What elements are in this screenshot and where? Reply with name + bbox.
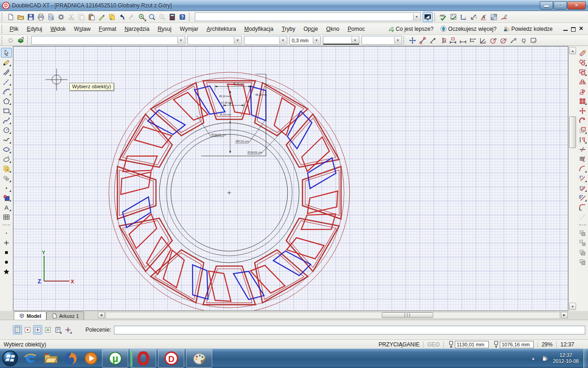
add-to-group-button[interactable] bbox=[577, 247, 588, 257]
toolbar-grip[interactable] bbox=[1, 13, 4, 21]
spline-tool-button[interactable] bbox=[1, 115, 12, 125]
property-combo-3[interactable]: ▼ bbox=[244, 36, 287, 45]
mdi-close-button[interactable]: ✕ bbox=[578, 26, 584, 32]
point-dot-button[interactable] bbox=[1, 228, 12, 238]
copy-rect-button[interactable] bbox=[577, 67, 588, 77]
rotate-tool-button[interactable] bbox=[577, 115, 588, 125]
mdi-minimize-button[interactable] bbox=[562, 26, 569, 32]
mdi-restore-button[interactable] bbox=[570, 26, 577, 32]
property-combo-1[interactable]: ▼ bbox=[31, 36, 185, 45]
scale-tool-button[interactable] bbox=[577, 125, 588, 135]
undo-arrow-button[interactable] bbox=[117, 12, 127, 22]
paste-special-button[interactable] bbox=[107, 12, 117, 22]
media-player[interactable] bbox=[82, 349, 100, 368]
ungroup-tool-button[interactable] bbox=[577, 238, 588, 247]
snap-menu-button[interactable] bbox=[63, 325, 73, 334]
menu-modyfikacja[interactable]: Modyfikacja bbox=[240, 24, 277, 34]
corner-fillet-button[interactable] bbox=[577, 202, 588, 212]
mirror-tool-button[interactable] bbox=[577, 77, 588, 86]
menu-opcje[interactable]: Opcje bbox=[300, 24, 322, 34]
menu-rysuj[interactable]: Rysuj bbox=[153, 24, 175, 34]
property-combo-2[interactable]: ▼ bbox=[187, 36, 242, 45]
snap-indicator[interactable]: PRZYCIĄGANIE bbox=[379, 341, 419, 348]
link-hand-check[interactable]: Co jest lepsze? bbox=[388, 25, 434, 32]
copy-tool-button[interactable] bbox=[1, 164, 12, 173]
close-button[interactable]: ✕ bbox=[567, 1, 586, 10]
dim-vertical-button[interactable]: 1 bbox=[438, 35, 448, 46]
hatch-fill-button[interactable] bbox=[1, 193, 12, 202]
new-file-button[interactable] bbox=[6, 12, 16, 22]
minimize-button[interactable]: ▬ bbox=[540, 1, 553, 10]
move-cross-button[interactable] bbox=[407, 35, 418, 46]
dim-quick-button[interactable]: Q bbox=[519, 35, 529, 46]
toolbar-grip[interactable] bbox=[1, 25, 4, 33]
menu-wstaw[interactable]: Wstaw bbox=[70, 24, 95, 34]
dim-aligned-button[interactable] bbox=[448, 35, 458, 46]
sketch-tool-button[interactable] bbox=[1, 154, 12, 164]
layer-stack-button[interactable] bbox=[16, 35, 26, 46]
point-marker-button[interactable] bbox=[1, 77, 12, 86]
select-arrow-button[interactable] bbox=[1, 48, 12, 58]
scroll-right-button[interactable]: ▶ bbox=[561, 312, 568, 318]
search-combo[interactable]: ▼ bbox=[195, 12, 421, 21]
horizontal-scrollbar[interactable]: ┃┃┃ bbox=[106, 312, 560, 319]
print-button[interactable] bbox=[36, 12, 46, 22]
y-coordinate-field[interactable]: 1076,16 mm bbox=[500, 341, 534, 348]
text-angle-button[interactable]: A bbox=[479, 12, 489, 22]
chevron-down-icon[interactable]: ▼ bbox=[351, 37, 358, 43]
menu-architektura[interactable]: Architektura bbox=[203, 24, 240, 34]
save-floppy-button[interactable] bbox=[26, 12, 36, 22]
property-combo-5[interactable]: ▼ bbox=[323, 36, 359, 45]
multi-trim-button[interactable] bbox=[577, 154, 588, 164]
dim-horizontal-button[interactable] bbox=[458, 35, 468, 46]
menu-narzdzia[interactable]: Narzędzia bbox=[120, 24, 153, 34]
tab-model[interactable]: Model bbox=[14, 311, 46, 320]
arc-tool-button[interactable] bbox=[1, 86, 12, 96]
dim-edit-button[interactable] bbox=[529, 35, 539, 46]
menu-plik[interactable]: Plik bbox=[6, 24, 23, 34]
move-tool-button[interactable] bbox=[577, 106, 588, 115]
circle-tool-button[interactable] bbox=[1, 125, 12, 135]
dim-diagonal-2-button[interactable] bbox=[428, 35, 438, 46]
taskbar-clock[interactable]: 12:37 2012-10-08 bbox=[553, 352, 579, 364]
rectangle-tool-button[interactable] bbox=[1, 106, 12, 115]
maximize-button[interactable]: ▢ bbox=[554, 1, 567, 10]
point-square-button[interactable] bbox=[1, 247, 12, 257]
display-monitor-button[interactable] bbox=[423, 12, 433, 22]
ellipse-tool-button[interactable] bbox=[1, 144, 12, 154]
chevron-down-icon[interactable]: ▼ bbox=[177, 37, 184, 44]
x-coordinate-field[interactable]: 1130,01 mm bbox=[455, 341, 489, 348]
settings-gear-button[interactable] bbox=[56, 12, 66, 22]
chevron-down-icon[interactable]: ▼ bbox=[413, 13, 420, 20]
point-star-button[interactable] bbox=[1, 267, 12, 276]
dot-tool-button[interactable] bbox=[1, 183, 12, 193]
render-pattern-button[interactable] bbox=[489, 12, 499, 22]
menu-format[interactable]: Format bbox=[95, 24, 120, 34]
menu-okno[interactable]: Okno bbox=[322, 24, 344, 34]
opera[interactable] bbox=[130, 349, 156, 368]
zoom-window-magnifier-button[interactable] bbox=[147, 12, 157, 22]
extend-tool-button[interactable] bbox=[577, 135, 588, 144]
snap-grid-button[interactable] bbox=[43, 325, 52, 334]
utorrent[interactable]: µ bbox=[102, 349, 128, 368]
menu-wymiar[interactable]: Wymiar bbox=[175, 24, 203, 34]
toolbar-grip[interactable] bbox=[189, 13, 191, 21]
line-pencil-button[interactable] bbox=[1, 58, 12, 67]
dim-leader-button[interactable]: ab bbox=[509, 35, 519, 46]
format-painter-pen-button[interactable] bbox=[96, 12, 107, 22]
spell-check-button[interactable]: ABC bbox=[438, 12, 448, 22]
horizontal-scroll-thumb[interactable]: ┃┃┃ bbox=[382, 312, 433, 318]
ucs-axes-button[interactable]: x bbox=[458, 12, 469, 22]
tab-arkusz1[interactable]: Arkusz 1 bbox=[46, 311, 84, 320]
menu-tryby[interactable]: Tryby bbox=[277, 24, 300, 34]
scroll-up-button[interactable]: ▲ bbox=[569, 47, 576, 54]
chevron-down-icon[interactable]: ▼ bbox=[394, 37, 401, 44]
zoom-level[interactable]: 29% bbox=[542, 341, 553, 348]
tray-expand-icon[interactable]: ▲ bbox=[531, 356, 535, 361]
print-preview-button[interactable] bbox=[46, 12, 56, 22]
show-desktop-button[interactable] bbox=[583, 349, 588, 368]
remove-from-group-button[interactable] bbox=[577, 257, 588, 267]
dim-diameter-button[interactable]: D bbox=[498, 35, 509, 46]
zoom-in-magnifier-button[interactable] bbox=[137, 12, 147, 22]
copy-entities-button[interactable] bbox=[577, 58, 588, 67]
